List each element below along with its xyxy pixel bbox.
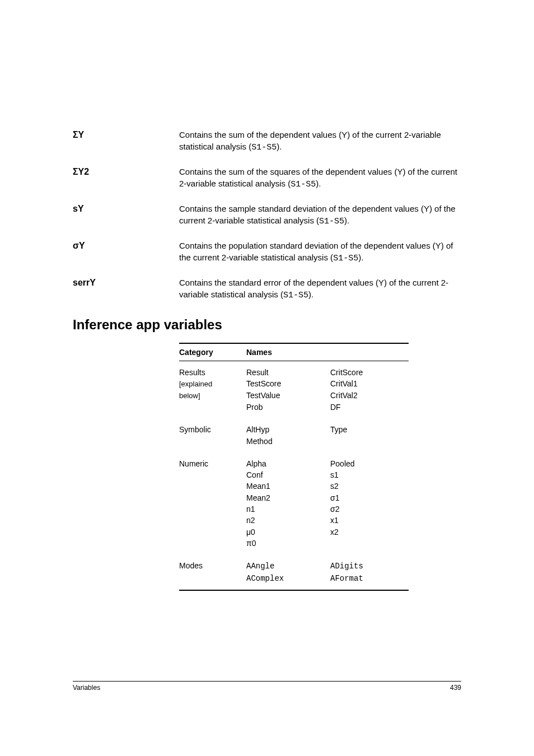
cell-category <box>179 402 246 418</box>
table-row: n2x1 <box>179 515 409 526</box>
definition-row: ΣY2Contains the sum of the squares of th… <box>73 166 461 190</box>
cell-name-1: μ0 <box>246 526 330 538</box>
definition-row: serrYContains the standard error of the … <box>73 277 461 301</box>
cell-name-2: CritVal2 <box>330 390 409 402</box>
definition-row: ΣYContains the sum of the dependent valu… <box>73 129 461 153</box>
cell-name-1: Prob <box>246 402 330 418</box>
cell-name-1: Alpha <box>246 452 330 469</box>
cell-category <box>179 469 246 480</box>
cell-name-2: s1 <box>330 469 409 480</box>
definition-description: Contains the standard error of the depen… <box>179 277 461 301</box>
cell-category <box>179 572 246 590</box>
definition-row: sYContains the sample standard deviation… <box>73 203 461 227</box>
footer-right: 439 <box>450 684 461 692</box>
cell-name-1: Conf <box>246 469 330 480</box>
inference-variables-table: Category Names ResultsResultCritScore[ex… <box>179 343 409 591</box>
table-row: NumericAlphaPooled <box>179 452 409 469</box>
definition-term: ΣY2 <box>73 166 179 190</box>
cell-name-1: TestScore <box>246 378 330 390</box>
table-row: ResultsResultCritScore <box>179 361 409 379</box>
table-row: below]TestValueCritVal2 <box>179 390 409 402</box>
cell-name-1: Method <box>246 436 330 452</box>
table-row: n1σ2 <box>179 503 409 515</box>
cell-name-1: TestValue <box>246 390 330 402</box>
cell-category: Symbolic <box>179 418 246 435</box>
cell-name-1: Mean1 <box>246 480 330 492</box>
cell-name-2: DF <box>330 402 409 418</box>
cell-category <box>179 480 246 492</box>
cell-name-2 <box>330 538 409 554</box>
cell-name-1: AComplex <box>246 572 330 590</box>
table-wrap: Category Names ResultsResultCritScore[ex… <box>179 343 461 591</box>
table-row: Confs1 <box>179 469 409 480</box>
cell-category <box>179 492 246 503</box>
table-body: ResultsResultCritScore[explainedTestScor… <box>179 361 409 590</box>
cell-category <box>179 538 246 554</box>
definition-description: Contains the sum of the squares of the d… <box>179 166 461 190</box>
cell-name-2 <box>330 436 409 452</box>
page-footer: Variables 439 <box>73 681 461 692</box>
table-header-category: Category <box>179 343 246 361</box>
table-row: μ0x2 <box>179 526 409 538</box>
table-header-names: Names <box>246 343 330 361</box>
definition-description: Contains the sum of the dependent values… <box>179 129 461 153</box>
cell-category: Numeric <box>179 452 246 469</box>
cell-name-2: s2 <box>330 480 409 492</box>
page: ΣYContains the sum of the dependent valu… <box>0 0 534 756</box>
cell-category <box>179 436 246 452</box>
section-heading: Inference app variables <box>73 317 461 333</box>
table-row: ProbDF <box>179 402 409 418</box>
table-row: AComplexAFormat <box>179 572 409 590</box>
cell-name-2: x1 <box>330 515 409 526</box>
cell-name-1: AAngle <box>246 554 330 572</box>
cell-category: below] <box>179 390 246 402</box>
definition-description: Contains the sample standard deviation o… <box>179 203 461 227</box>
cell-name-2: ADigits <box>330 554 409 572</box>
cell-name-1: Result <box>246 361 330 379</box>
cell-name-1: π0 <box>246 538 330 554</box>
definition-term: serrY <box>73 277 179 301</box>
cell-name-1: n1 <box>246 503 330 515</box>
cell-name-2: Type <box>330 418 409 435</box>
cell-category: Results <box>179 361 246 379</box>
table-row: Mean2σ1 <box>179 492 409 503</box>
table-row: π0 <box>179 538 409 554</box>
cell-category <box>179 515 246 526</box>
cell-name-2: σ1 <box>330 492 409 503</box>
definition-list: ΣYContains the sum of the dependent valu… <box>73 129 461 301</box>
cell-name-2: CritVal1 <box>330 378 409 390</box>
table-row: Mean1s2 <box>179 480 409 492</box>
cell-category <box>179 503 246 515</box>
definition-term: ΣY <box>73 129 179 153</box>
cell-category: [explained <box>179 378 246 390</box>
cell-name-1: Mean2 <box>246 492 330 503</box>
cell-name-2: x2 <box>330 526 409 538</box>
footer-left: Variables <box>73 684 100 692</box>
definition-term: σY <box>73 240 179 264</box>
definition-term: sY <box>73 203 179 227</box>
definition-row: σYContains the population standard devia… <box>73 240 461 264</box>
definition-description: Contains the population standard deviati… <box>179 240 461 264</box>
table-row: Method <box>179 436 409 452</box>
cell-name-2: AFormat <box>330 572 409 590</box>
table-row: SymbolicAltHypType <box>179 418 409 435</box>
cell-category: Modes <box>179 554 246 572</box>
cell-name-2: CritScore <box>330 361 409 379</box>
table-row: ModesAAngleADigits <box>179 554 409 572</box>
cell-name-1: AltHyp <box>246 418 330 435</box>
cell-name-2: Pooled <box>330 452 409 469</box>
table-row: [explainedTestScoreCritVal1 <box>179 378 409 390</box>
table-header-blank <box>330 343 409 361</box>
cell-name-1: n2 <box>246 515 330 526</box>
cell-category <box>179 526 246 538</box>
cell-name-2: σ2 <box>330 503 409 515</box>
